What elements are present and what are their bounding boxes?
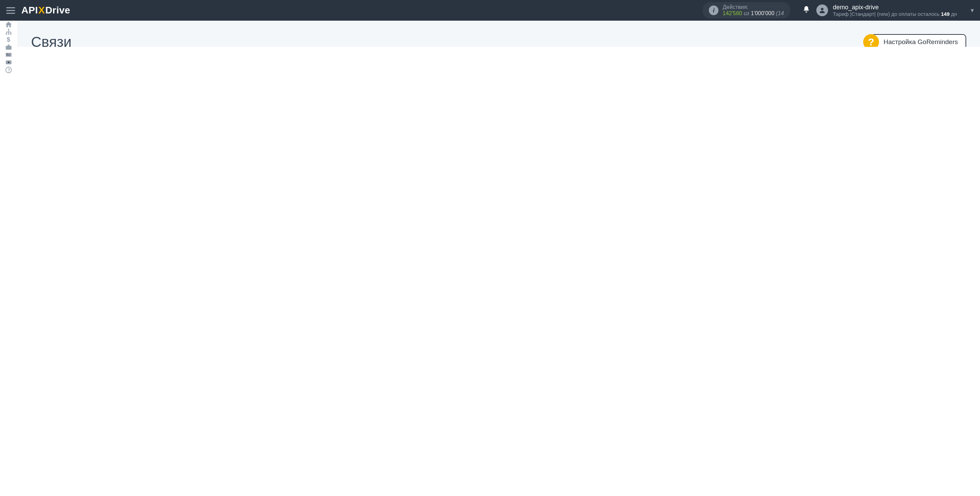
bell-icon[interactable] bbox=[803, 5, 810, 15]
svg-rect-2 bbox=[6, 33, 7, 35]
help-button[interactable]: Настройка GoReminders bbox=[871, 34, 966, 47]
main: Связи ? Настройка GoReminders Главная/ С… bbox=[17, 21, 980, 47]
info-icon: i bbox=[709, 5, 719, 15]
username: demo_apix-drive bbox=[833, 4, 957, 11]
sidebar-connections[interactable] bbox=[0, 28, 17, 36]
svg-rect-6 bbox=[6, 46, 12, 49]
svg-point-0 bbox=[821, 8, 823, 10]
svg-rect-1 bbox=[8, 29, 9, 30]
logo-drive: Drive bbox=[45, 5, 70, 16]
actions-counter[interactable]: i Действия: 142'560 из 1'000'000 (14 bbox=[703, 2, 790, 19]
sidebar-briefcase[interactable] bbox=[0, 43, 17, 51]
sidebar-card[interactable] bbox=[0, 51, 17, 59]
page-title: Связи bbox=[31, 34, 72, 47]
svg-text:?: ? bbox=[8, 68, 10, 73]
svg-rect-3 bbox=[8, 33, 9, 35]
help-badge-icon[interactable]: ? bbox=[863, 34, 879, 47]
header: APIXDrive i Действия: 142'560 из 1'000'0… bbox=[0, 0, 980, 21]
svg-rect-7 bbox=[8, 45, 10, 46]
chevron-down-icon: ▾ bbox=[971, 6, 974, 14]
avatar-icon bbox=[816, 5, 828, 16]
svg-rect-10 bbox=[6, 55, 10, 55]
svg-rect-9 bbox=[6, 54, 8, 54]
svg-text:$: $ bbox=[7, 36, 10, 43]
sidebar-home[interactable] bbox=[0, 21, 17, 28]
logo-x: X bbox=[38, 5, 45, 16]
actions-numbers: 142'560 из 1'000'000 (14 bbox=[722, 10, 784, 16]
menu-icon[interactable] bbox=[6, 7, 15, 14]
sidebar-help[interactable]: ? bbox=[0, 66, 17, 74]
user-block[interactable]: demo_apix-drive Тариф |Стандарт| (new) д… bbox=[816, 4, 974, 17]
logo-api: API bbox=[21, 5, 38, 16]
actions-label: Действия: bbox=[722, 4, 784, 10]
svg-rect-4 bbox=[10, 33, 12, 35]
logo[interactable]: APIXDrive bbox=[21, 5, 70, 16]
tariff-text: Тариф |Стандарт| (new) до оплаты осталос… bbox=[833, 11, 957, 17]
sidebar-video[interactable] bbox=[0, 59, 17, 66]
sidebar-billing[interactable]: $ bbox=[0, 36, 17, 43]
